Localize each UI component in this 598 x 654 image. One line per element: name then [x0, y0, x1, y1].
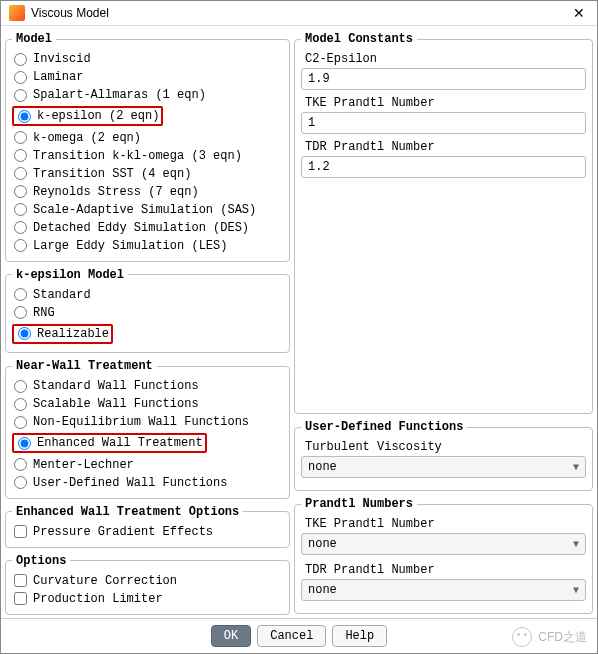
ewt-label: Pressure Gradient Effects [33, 524, 213, 540]
ewt-checkbox[interactable] [14, 525, 27, 538]
nwt-label: Scalable Wall Functions [33, 396, 199, 412]
ke-model-label: RNG [33, 305, 55, 321]
nwt-label: Menter-Lechner [33, 457, 134, 473]
model-option[interactable]: Transition SST (4 eqn) [12, 165, 283, 183]
nwt-label: Enhanced Wall Treatment [37, 435, 203, 451]
ke-model-label: Standard [33, 287, 91, 303]
prandtl-select[interactable]: none▼ [301, 579, 586, 601]
model-radio[interactable] [14, 239, 27, 252]
model-radio[interactable] [18, 110, 31, 123]
prandtl-field-label: TDR Prandtl Number [301, 561, 586, 577]
model-option[interactable]: k-omega (2 eqn) [12, 129, 283, 147]
nwt-option[interactable]: Menter-Lechner [12, 456, 283, 474]
nwt-radio[interactable] [14, 476, 27, 489]
model-label: k-epsilon (2 eqn) [37, 108, 159, 124]
model-radio[interactable] [14, 53, 27, 66]
model-label: Scale-Adaptive Simulation (SAS) [33, 202, 256, 218]
prandtl-select[interactable]: none▼ [301, 533, 586, 555]
nwt-option[interactable]: Non-Equilibrium Wall Functions [12, 413, 283, 431]
nwt-radio[interactable] [14, 398, 27, 411]
model-option[interactable]: Transition k-kl-omega (3 eqn) [12, 147, 283, 165]
model-label: Detached Eddy Simulation (DES) [33, 220, 249, 236]
model-label: Inviscid [33, 51, 91, 67]
model-radio[interactable] [14, 131, 27, 144]
nwt-legend: Near-Wall Treatment [12, 359, 157, 373]
chevron-down-icon: ▼ [573, 462, 579, 473]
dialog-body: Model InviscidLaminarSpalart-Allmaras (1… [1, 26, 597, 618]
nwt-option[interactable]: Standard Wall Functions [12, 377, 283, 395]
watermark: CFD之道 [512, 627, 587, 647]
nwt-label: Non-Equilibrium Wall Functions [33, 414, 249, 430]
nwt-label: User-Defined Wall Functions [33, 475, 227, 491]
udf-legend: User-Defined Functions [301, 420, 467, 434]
nwt-option[interactable]: User-Defined Wall Functions [12, 474, 283, 492]
ke-model-option[interactable]: Realizable [12, 324, 113, 344]
ke-model-radio[interactable] [14, 288, 27, 301]
ewt-option[interactable]: Pressure Gradient Effects [12, 523, 283, 541]
model-radio[interactable] [14, 203, 27, 216]
ke-model-option[interactable]: Standard [12, 286, 283, 304]
model-option[interactable]: Reynolds Stress (7 eqn) [12, 183, 283, 201]
nwt-option[interactable]: Enhanced Wall Treatment [12, 433, 207, 453]
left-column: Model InviscidLaminarSpalart-Allmaras (1… [5, 30, 290, 618]
constant-field-input[interactable] [301, 112, 586, 134]
ewt-options-legend: Enhanced Wall Treatment Options [12, 505, 243, 519]
prandtl-select-value: none [308, 537, 337, 551]
watermark-text: CFD之道 [538, 629, 587, 646]
cancel-button[interactable]: Cancel [257, 625, 326, 647]
ke-model-radio[interactable] [18, 327, 31, 340]
prandtl-legend: Prandtl Numbers [301, 497, 417, 511]
ke-model-radio[interactable] [14, 306, 27, 319]
model-option[interactable]: Scale-Adaptive Simulation (SAS) [12, 201, 283, 219]
ok-button[interactable]: OK [211, 625, 251, 647]
options-label: Curvature Correction [33, 573, 177, 589]
options-group: Options Curvature CorrectionProduction L… [5, 554, 290, 615]
nwt-radio[interactable] [14, 416, 27, 429]
nwt-radio[interactable] [18, 437, 31, 450]
model-option[interactable]: Laminar [12, 68, 283, 86]
footer: OK Cancel Help CFD之道 [1, 618, 597, 653]
model-label: Reynolds Stress (7 eqn) [33, 184, 199, 200]
model-option[interactable]: Detached Eddy Simulation (DES) [12, 219, 283, 237]
model-radio[interactable] [14, 221, 27, 234]
nwt-radio[interactable] [14, 458, 27, 471]
window-title: Viscous Model [31, 6, 569, 20]
options-legend: Options [12, 554, 70, 568]
constant-field-input[interactable] [301, 156, 586, 178]
options-checkbox[interactable] [14, 592, 27, 605]
model-constants-group: Model Constants C2-EpsilonTKE Prandtl Nu… [294, 32, 593, 414]
udf-field-label: Turbulent Viscosity [301, 438, 586, 454]
chevron-down-icon: ▼ [573, 539, 579, 550]
options-option[interactable]: Curvature Correction [12, 572, 283, 590]
model-option[interactable]: Spalart-Allmaras (1 eqn) [12, 86, 283, 104]
constant-field-input[interactable] [301, 68, 586, 90]
model-label: k-omega (2 eqn) [33, 130, 141, 146]
app-icon [9, 5, 25, 21]
model-option[interactable]: k-epsilon (2 eqn) [12, 106, 163, 126]
help-button[interactable]: Help [332, 625, 387, 647]
model-constants-legend: Model Constants [301, 32, 417, 46]
model-option[interactable]: Large Eddy Simulation (LES) [12, 237, 283, 255]
close-icon[interactable]: ✕ [569, 5, 589, 21]
model-option[interactable]: Inviscid [12, 50, 283, 68]
nwt-option[interactable]: Scalable Wall Functions [12, 395, 283, 413]
model-radio[interactable] [14, 185, 27, 198]
nwt-radio[interactable] [14, 380, 27, 393]
model-label: Transition SST (4 eqn) [33, 166, 191, 182]
model-label: Laminar [33, 69, 83, 85]
udf-select[interactable]: none▼ [301, 456, 586, 478]
model-radio[interactable] [14, 89, 27, 102]
model-radio[interactable] [14, 167, 27, 180]
options-checkbox[interactable] [14, 574, 27, 587]
prandtl-field-label: TKE Prandtl Number [301, 515, 586, 531]
constant-field-label: TKE Prandtl Number [301, 94, 586, 110]
udf-group: User-Defined Functions Turbulent Viscosi… [294, 420, 593, 491]
model-radio[interactable] [14, 71, 27, 84]
nwt-label: Standard Wall Functions [33, 378, 199, 394]
model-label: Spalart-Allmaras (1 eqn) [33, 87, 206, 103]
ke-model-option[interactable]: RNG [12, 304, 283, 322]
prandtl-group: Prandtl Numbers TKE Prandtl Numbernone▼T… [294, 497, 593, 614]
options-label: Production Limiter [33, 591, 163, 607]
options-option[interactable]: Production Limiter [12, 590, 283, 608]
model-radio[interactable] [14, 149, 27, 162]
